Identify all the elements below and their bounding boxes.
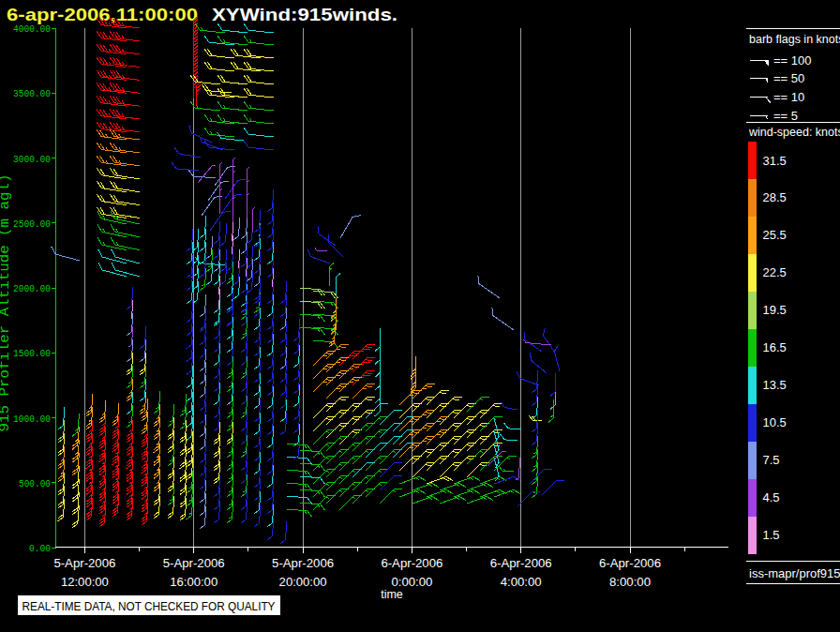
svg-text:28.5: 28.5 bbox=[763, 190, 787, 204]
svg-text:REAL-TIME DATA, NOT CHECKED FO: REAL-TIME DATA, NOT CHECKED FOR QUALITY bbox=[22, 599, 276, 613]
svg-text:25.5: 25.5 bbox=[763, 228, 787, 242]
svg-text:6-Apr-2006: 6-Apr-2006 bbox=[599, 557, 661, 570]
svg-text:7.5: 7.5 bbox=[763, 453, 780, 467]
svg-text:time: time bbox=[381, 588, 403, 601]
svg-text:5-Apr-2006: 5-Apr-2006 bbox=[53, 557, 115, 570]
svg-text:XYWind:915winds.: XYWind:915winds. bbox=[212, 5, 398, 24]
svg-text:20:00:00: 20:00:00 bbox=[279, 576, 327, 589]
svg-text:2500.00: 2500.00 bbox=[13, 218, 51, 230]
svg-text:16:00:00: 16:00:00 bbox=[170, 576, 218, 589]
svg-text:iss-mapr/prof915lap: iss-mapr/prof915lap bbox=[749, 566, 840, 580]
svg-text:== 5: == 5 bbox=[773, 109, 798, 123]
svg-text:19.5: 19.5 bbox=[763, 303, 787, 317]
svg-text:4000.00: 4000.00 bbox=[13, 23, 51, 35]
svg-text:10.5: 10.5 bbox=[763, 415, 787, 429]
svg-text:4:00:00: 4:00:00 bbox=[501, 576, 542, 589]
svg-text:3500.00: 3500.00 bbox=[13, 88, 51, 99]
svg-text:4.5: 4.5 bbox=[763, 490, 780, 504]
svg-text:1.5: 1.5 bbox=[763, 528, 780, 542]
svg-text:3000.00: 3000.00 bbox=[13, 154, 51, 165]
svg-text:12:00:00: 12:00:00 bbox=[61, 576, 109, 589]
svg-text:== 50: == 50 bbox=[773, 71, 804, 85]
svg-text:500.00: 500.00 bbox=[19, 478, 51, 489]
svg-text:22.5: 22.5 bbox=[763, 265, 787, 279]
svg-text:1500.00: 1500.00 bbox=[13, 348, 51, 359]
svg-text:13.5: 13.5 bbox=[763, 378, 787, 392]
svg-text:16.5: 16.5 bbox=[763, 340, 787, 354]
svg-text:6-Apr-2006: 6-Apr-2006 bbox=[381, 557, 442, 570]
svg-text:5-Apr-2006: 5-Apr-2006 bbox=[163, 557, 225, 570]
svg-text:wind-speed: knots: wind-speed: knots bbox=[748, 126, 840, 139]
svg-text:0:00:00: 0:00:00 bbox=[391, 576, 432, 589]
svg-text:barb flags in knots: barb flags in knots bbox=[749, 33, 840, 46]
svg-text:6-Apr-2006: 6-Apr-2006 bbox=[490, 557, 552, 570]
svg-text:8:00:00: 8:00:00 bbox=[609, 576, 651, 589]
svg-text:== 100: == 100 bbox=[773, 53, 812, 68]
svg-text:6-apr-2006,11:00:00: 6-apr-2006,11:00:00 bbox=[7, 5, 198, 24]
svg-text:1000.00: 1000.00 bbox=[13, 414, 51, 425]
svg-text:31.5: 31.5 bbox=[763, 154, 787, 168]
svg-text:915 Profiler Altitude (m agl): 915 Profiler Altitude (m agl) bbox=[0, 174, 12, 432]
svg-text:0.00: 0.00 bbox=[29, 543, 51, 554]
svg-text:5-Apr-2006: 5-Apr-2006 bbox=[272, 557, 334, 570]
svg-text:== 10: == 10 bbox=[773, 90, 804, 104]
svg-text:2000.00: 2000.00 bbox=[13, 283, 51, 294]
